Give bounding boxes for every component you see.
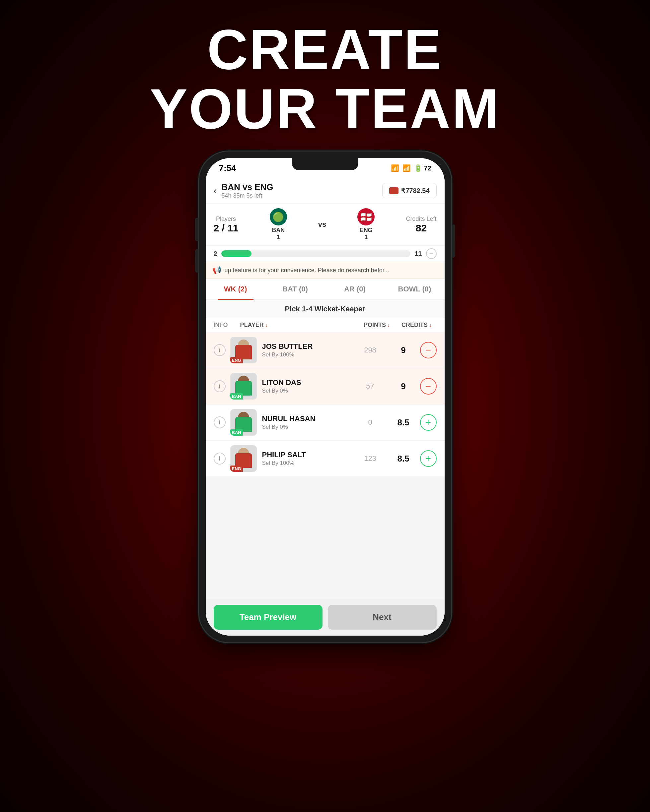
ban-label: BAN	[272, 227, 285, 234]
phone-notch	[292, 158, 358, 170]
player-info-liton: LITON DAS Sel By 0%	[262, 378, 350, 394]
ban-count: 1	[277, 234, 280, 241]
tab-wk[interactable]: WK (2)	[206, 279, 265, 299]
match-title: BAN vs ENG	[222, 182, 274, 192]
player-avatar-nurul: BAN	[230, 409, 257, 436]
announcement-icon: 📢	[213, 266, 221, 275]
credits-stat: Credits Left 82	[406, 215, 436, 234]
eng-flag: 🏴󠁧󠁢󠁥󠁮󠁧󠁿 ENG 1	[357, 208, 375, 241]
player-points-nurul: 0	[350, 418, 390, 427]
add-salt-button[interactable]: +	[420, 450, 437, 467]
eng-flag-circle: 🏴󠁧󠁢󠁥󠁮󠁧󠁿	[357, 208, 375, 226]
players-value: 2 / 11	[214, 223, 239, 234]
phone-mockup: 7:54 📶 📶 🔋 72 ‹ BAN vs ENG 54h 35m 5s le…	[199, 151, 451, 642]
player-points-liton: 57	[350, 382, 390, 391]
team-badge-buttler: ENG	[230, 357, 243, 363]
progress-minus-btn[interactable]: −	[426, 248, 437, 259]
add-nurul-button[interactable]: +	[420, 414, 437, 431]
match-info: BAN vs ENG 54h 35m 5s left	[222, 182, 274, 199]
player-points-buttler: 298	[350, 346, 390, 354]
player-avatar-salt: ENG	[230, 445, 257, 472]
player-points-salt: 123	[350, 454, 390, 463]
wallet-button[interactable]: ₹7782.54	[382, 183, 436, 198]
points-sort-icon[interactable]: ↓	[387, 322, 390, 328]
eng-label: ENG	[360, 227, 373, 234]
info-button-nurul[interactable]: i	[214, 417, 226, 428]
col-credits-header: CREDITS ↓	[397, 322, 437, 328]
player-row: i BAN LITON DAS Sel By 0% 57 9 −	[206, 368, 445, 404]
bottom-buttons: Team Preview Next	[206, 599, 445, 636]
players-stat: Players 2 / 11	[214, 215, 239, 234]
tab-bowl[interactable]: BOWL (0)	[385, 279, 445, 299]
ban-flag: 🟢 BAN 1	[270, 208, 287, 241]
player-credits-buttler: 9	[390, 345, 417, 356]
player-credits-nurul: 8.5	[390, 417, 417, 428]
player-name-nurul: NURUL HASAN	[262, 414, 350, 423]
player-row: i ENG JOS BUTTLER Sel By 100% 298 9 −	[206, 332, 445, 368]
wallet-icon	[389, 187, 399, 194]
tab-ar[interactable]: AR (0)	[325, 279, 385, 299]
header-left: ‹ BAN vs ENG 54h 35m 5s left	[214, 182, 274, 199]
info-button-liton[interactable]: i	[214, 380, 226, 392]
player-credits-liton: 9	[390, 381, 417, 392]
battery-icon: 🔋	[414, 164, 422, 172]
battery-level: 72	[424, 165, 431, 172]
team-badge-salt: ENG	[230, 466, 243, 472]
players-label: Players	[214, 215, 239, 223]
player-sort-icon[interactable]: ↓	[265, 322, 268, 328]
remove-liton-button[interactable]: −	[420, 378, 437, 395]
player-name-salt: PHILIP SALT	[262, 450, 350, 459]
col-player-header: PLAYER ↓	[240, 322, 357, 328]
progress-bar	[221, 250, 411, 257]
player-sel-nurul: Sel By 0%	[262, 424, 350, 430]
team-badge-nurul: BAN	[230, 429, 243, 436]
wifi-icon: 📶	[402, 164, 411, 172]
pick-instruction: Pick 1-4 Wicket-Keeper	[206, 300, 445, 318]
player-name-liton: LITON DAS	[262, 378, 350, 387]
player-info-salt: PHILIP SALT Sel By 100%	[262, 450, 350, 467]
player-info-nurul: NURUL HASAN Sel By 0%	[262, 414, 350, 430]
credits-label: Credits Left	[406, 215, 436, 223]
tab-bat[interactable]: BAT (0)	[265, 279, 325, 299]
col-info-header: INFO	[214, 322, 240, 328]
player-sel-salt: Sel By 100%	[262, 460, 350, 467]
info-button-buttler[interactable]: i	[214, 344, 226, 356]
ban-flag-circle: 🟢	[270, 208, 287, 226]
column-headers: INFO PLAYER ↓ POINTS ↓ CREDITS ↓	[206, 318, 445, 332]
team-preview-button[interactable]: Team Preview	[214, 605, 323, 630]
app-header: ‹ BAN vs ENG 54h 35m 5s left ₹7782.54	[206, 178, 445, 204]
match-time: 54h 35m 5s left	[222, 192, 274, 199]
vs-text: vs	[318, 220, 326, 229]
player-avatar-buttler: ENG	[230, 337, 257, 363]
status-time: 7:54	[219, 163, 236, 173]
player-credits-salt: 8.5	[390, 453, 417, 464]
player-row: i ENG PHILIP SALT Sel By 100% 123 8.5 +	[206, 441, 445, 477]
progress-row: 2 11 −	[206, 246, 445, 262]
battery-indicator: 🔋 72	[414, 164, 431, 172]
announcement-text: up feature is for your convenience. Plea…	[225, 267, 389, 274]
players-list: i ENG JOS BUTTLER Sel By 100% 298 9 −	[206, 332, 445, 599]
announcement-banner: 📢 up feature is for your convenience. Pl…	[206, 262, 445, 279]
tabs-row: WK (2) BAT (0) AR (0) BOWL (0)	[206, 279, 445, 300]
wallet-amount: ₹7782.54	[401, 187, 429, 195]
headline-line1: CREATE YOUR TEAM	[150, 20, 500, 138]
info-button-salt[interactable]: i	[214, 453, 226, 464]
progress-max: 11	[414, 250, 422, 258]
status-icons: 📶 📶 🔋 72	[391, 164, 431, 172]
team-selector: Players 2 / 11 🟢 BAN 1 vs 🏴󠁧󠁢󠁥󠁮󠁧󠁿 ENG 1 …	[206, 204, 445, 246]
remove-buttler-button[interactable]: −	[420, 342, 437, 359]
back-arrow-icon[interactable]: ‹	[214, 185, 217, 196]
progress-fill	[221, 250, 251, 257]
player-name-buttler: JOS BUTTLER	[262, 342, 350, 351]
player-row: i BAN NURUL HASAN Sel By 0% 0 8.5 +	[206, 404, 445, 441]
player-sel-buttler: Sel By 100%	[262, 351, 350, 358]
next-button[interactable]: Next	[328, 605, 437, 630]
eng-count: 1	[364, 234, 368, 241]
player-sel-liton: Sel By 0%	[262, 388, 350, 394]
player-info-buttler: JOS BUTTLER Sel By 100%	[262, 342, 350, 358]
player-avatar-liton: BAN	[230, 373, 257, 400]
col-points-header: POINTS ↓	[357, 322, 397, 328]
credits-sort-icon[interactable]: ↓	[429, 322, 432, 328]
credits-value: 82	[406, 223, 436, 234]
signal-icon: 📶	[391, 164, 399, 172]
